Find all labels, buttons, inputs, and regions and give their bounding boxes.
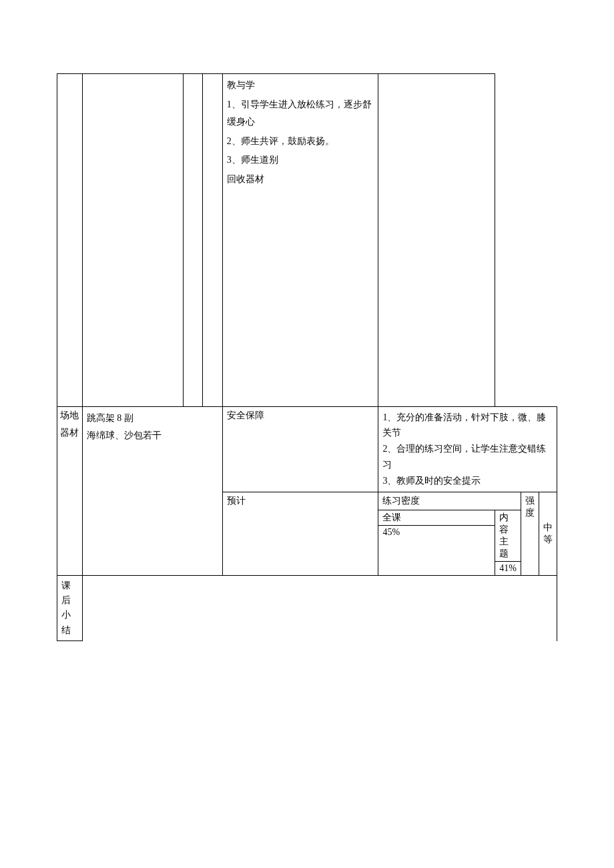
venue-label: 场地 (57, 407, 82, 425)
empty-cell-4 (203, 74, 222, 407)
equipment-value: 海绵球、沙包若干 (87, 427, 218, 445)
venue-equipment-label-cell: 场地 器材 (57, 406, 83, 575)
empty-cell-2 (82, 74, 183, 407)
teaching-item-1: 1、引导学生进入放松练习，逐步舒缓身心 (227, 96, 374, 131)
teaching-content-cell: 教与学 1、引导学生进入放松练习，逐步舒缓身心 2、师生共评，鼓励表扬。 3、师… (222, 74, 378, 407)
safety-item-3: 3、教师及时的安全提示 (382, 473, 553, 489)
summary-content-cell (82, 575, 557, 641)
equipment-safety-row: 场地 器材 跳高架 8 副 海绵球、沙包若干 安全保障 1、充分的准备活动，针对… (57, 406, 557, 492)
safety-content-cell: 1、充分的准备活动，针对下肢，微、膝关节 2、合理的练习空间，让学生注意交错练习… (378, 406, 557, 492)
lesson-plan-table: 教与学 1、引导学生进入放松练习，逐步舒缓身心 2、师生共评，鼓励表扬。 3、师… (57, 73, 557, 641)
empty-cell-1 (57, 74, 83, 407)
prediction-label-cell: 预计 (222, 492, 378, 575)
intensity-label-cell: 强度 (521, 492, 539, 575)
equipment-value-cell: 跳高架 8 副 海绵球、沙包若干 (82, 406, 222, 575)
venue-value: 跳高架 8 副 (87, 410, 218, 428)
teaching-item-3: 3、师生道别 (227, 151, 374, 169)
teaching-row: 教与学 1、引导学生进入放松练习，逐步舒缓身心 2、师生共评，鼓励表扬。 3、师… (57, 74, 557, 407)
full-class-value: 45% (378, 526, 495, 539)
equipment-label: 器材 (57, 424, 82, 442)
teaching-heading: 教与学 (227, 77, 374, 95)
safety-item-2: 2、合理的练习空间，让学生注意交错练习 (382, 441, 553, 473)
safety-item-1: 1、充分的准备活动，针对下肢，微、膝关节 (382, 410, 553, 442)
empty-cell-3 (183, 74, 202, 407)
full-class-cell: 全课 45% (378, 510, 495, 575)
summary-row: 课后小结 (57, 575, 557, 641)
intensity-value-cell: 中等 (539, 492, 557, 575)
summary-label-cell: 课后小结 (57, 575, 83, 641)
full-class-label: 全课 (378, 510, 495, 526)
content-theme-label: 内容主题 (495, 510, 521, 562)
content-theme-cell: 内容主题 41% (495, 510, 521, 575)
density-label-cell: 练习密度 (378, 492, 521, 510)
empty-cell-5 (378, 74, 495, 407)
teaching-item-2: 2、师生共评，鼓励表扬。 (227, 133, 374, 151)
teaching-item-4: 回收器材 (227, 171, 374, 189)
safety-label-cell: 安全保障 (222, 406, 378, 492)
content-theme-value: 41% (495, 562, 521, 575)
